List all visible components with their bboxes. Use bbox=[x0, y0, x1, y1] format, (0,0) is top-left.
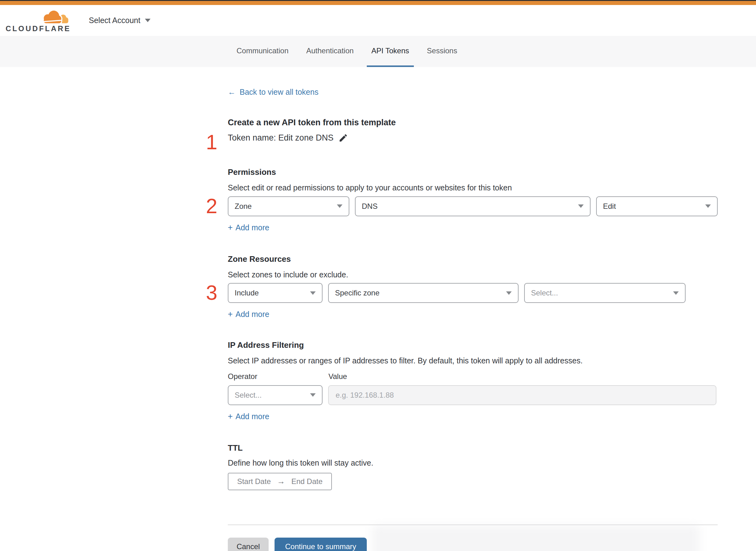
start-date-placeholder: Start Date bbox=[237, 477, 271, 486]
ip-filtering-title: IP Address Filtering bbox=[228, 341, 718, 350]
tab-api-tokens[interactable]: API Tokens bbox=[367, 36, 414, 67]
main-content: ← Back to view all tokens 1 Create a new… bbox=[228, 67, 718, 551]
permission-scope-select[interactable]: Zone bbox=[228, 196, 349, 216]
cloudflare-cloud-icon bbox=[39, 9, 69, 24]
zone-mode-select[interactable]: Include bbox=[228, 283, 322, 303]
token-name-row: Token name: Edit zone DNS bbox=[228, 133, 718, 143]
cloudflare-logo: CLOUDFLARE bbox=[10, 9, 69, 32]
plus-icon: + bbox=[228, 310, 233, 319]
ttl-date-range[interactable]: Start Date → End Date bbox=[228, 473, 332, 490]
end-date-placeholder: End Date bbox=[291, 477, 322, 486]
account-selector-label: Select Account bbox=[89, 16, 140, 25]
ip-filtering-description: Select IP addresses or ranges of IP addr… bbox=[228, 356, 718, 365]
zone-resources-section: Zone Resources Select zones to include o… bbox=[228, 254, 718, 319]
permission-access-select[interactable]: Edit bbox=[596, 196, 718, 216]
pencil-icon bbox=[338, 133, 348, 143]
top-accent-bar bbox=[0, 1, 756, 5]
plus-icon: + bbox=[228, 223, 233, 232]
ip-filtering-section: IP Address Filtering Select IP addresses… bbox=[228, 341, 718, 421]
page-title: Create a new API token from this templat… bbox=[228, 118, 718, 127]
operator-label: Operator bbox=[228, 372, 328, 381]
cancel-button[interactable]: Cancel bbox=[228, 538, 269, 551]
tab-bar: Communication Authentication API Tokens … bbox=[0, 36, 756, 67]
zone-resources-description: Select zones to include or exclude. bbox=[228, 270, 718, 279]
chevron-down-icon bbox=[506, 292, 512, 295]
zone-resources-select-row: 3 Include Specific zone Select... bbox=[228, 283, 718, 303]
ip-value-input[interactable] bbox=[328, 385, 716, 405]
continue-to-summary-button[interactable]: Continue to summary bbox=[274, 538, 367, 551]
back-arrow-icon: ← bbox=[228, 88, 235, 97]
chevron-down-icon bbox=[145, 19, 150, 22]
edit-token-name-button[interactable] bbox=[338, 133, 348, 143]
tab-authentication[interactable]: Authentication bbox=[302, 36, 358, 67]
ttl-section: TTL Define how long this token will stay… bbox=[228, 444, 718, 490]
arrow-right-icon: → bbox=[277, 477, 285, 486]
ip-filtering-add-more-link[interactable]: + Add more bbox=[228, 412, 269, 421]
token-name-label: Token name: Edit zone DNS bbox=[228, 133, 333, 143]
ip-filtering-row: Select... bbox=[228, 385, 718, 405]
permissions-select-row: 2 Zone DNS Edit bbox=[228, 196, 718, 216]
step-annotation-3: 3 bbox=[204, 283, 219, 303]
permissions-title: Permissions bbox=[228, 168, 718, 177]
zone-type-select[interactable]: Specific zone bbox=[328, 283, 519, 303]
step-annotation-1: 1 bbox=[204, 132, 219, 152]
step-annotation-2: 2 bbox=[204, 196, 219, 216]
permissions-section: Permissions Select edit or read permissi… bbox=[228, 168, 718, 232]
ttl-title: TTL bbox=[228, 444, 718, 453]
ip-filtering-labels: Operator Value bbox=[228, 372, 718, 381]
permissions-description: Select edit or read permissions to apply… bbox=[228, 183, 718, 192]
permissions-add-more-link[interactable]: + Add more bbox=[228, 223, 269, 232]
ip-operator-select[interactable]: Select... bbox=[228, 385, 322, 405]
footer-divider bbox=[228, 525, 718, 525]
footer-actions: Cancel Continue to summary bbox=[228, 538, 718, 551]
chevron-down-icon bbox=[337, 204, 342, 208]
ttl-description: Define how long this token will stay act… bbox=[228, 458, 718, 468]
chevron-down-icon bbox=[705, 204, 711, 208]
zone-picker-select[interactable]: Select... bbox=[524, 283, 686, 303]
chevron-down-icon bbox=[578, 204, 584, 208]
zone-resources-add-more-link[interactable]: + Add more bbox=[228, 310, 269, 319]
back-link-label: Back to view all tokens bbox=[240, 88, 318, 97]
header: CLOUDFLARE Select Account bbox=[0, 5, 756, 36]
value-label: Value bbox=[328, 372, 347, 381]
chevron-down-icon bbox=[673, 292, 679, 295]
logo-wordmark: CLOUDFLARE bbox=[6, 25, 71, 32]
account-selector[interactable]: Select Account bbox=[89, 16, 150, 25]
chevron-down-icon bbox=[310, 292, 316, 295]
tab-sessions[interactable]: Sessions bbox=[422, 36, 462, 67]
chevron-down-icon bbox=[310, 393, 316, 397]
plus-icon: + bbox=[228, 412, 233, 421]
zone-resources-title: Zone Resources bbox=[228, 254, 718, 264]
tab-communication[interactable]: Communication bbox=[232, 36, 293, 67]
template-header-block: 1 Create a new API token from this templ… bbox=[228, 118, 718, 143]
permission-resource-select[interactable]: DNS bbox=[355, 196, 591, 216]
back-to-tokens-link[interactable]: ← Back to view all tokens bbox=[228, 88, 318, 97]
